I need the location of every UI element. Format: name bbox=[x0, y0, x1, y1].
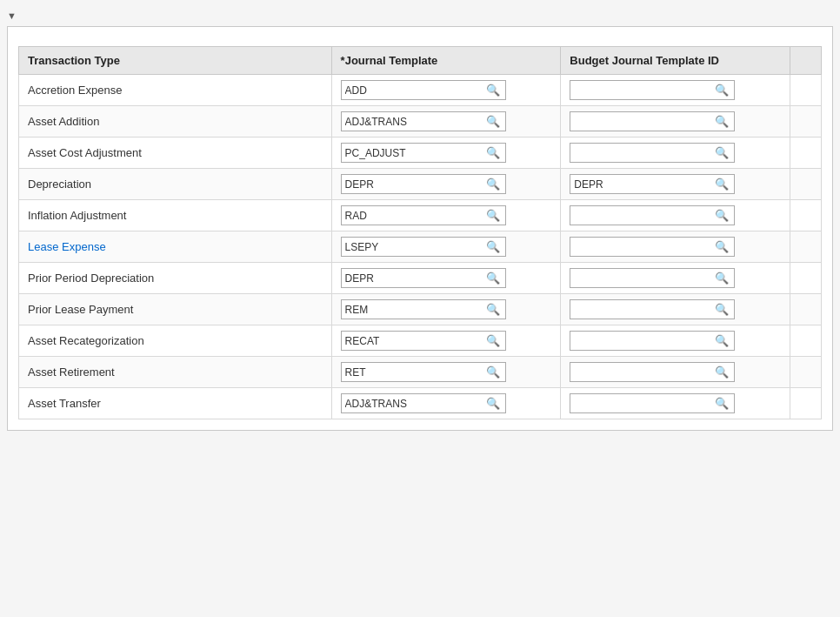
budget-journal-input[interactable] bbox=[574, 147, 713, 159]
empty-cell bbox=[790, 169, 822, 200]
budget-journal-cell: 🔍 bbox=[561, 169, 790, 200]
col-header-journal-template: *Journal Template bbox=[331, 47, 561, 75]
budget-journal-input[interactable] bbox=[574, 84, 713, 97]
journal-template-search-button[interactable]: 🔍 bbox=[484, 333, 502, 348]
budget-journal-input[interactable] bbox=[574, 272, 713, 285]
transaction-type-cell[interactable]: Lease Expense bbox=[19, 231, 332, 263]
budget-journal-input[interactable] bbox=[574, 335, 713, 347]
empty-cell bbox=[790, 263, 822, 294]
journal-template-cell: 🔍 bbox=[331, 325, 561, 357]
table-row: Inflation Adjustment🔍🔍 bbox=[19, 200, 822, 231]
empty-cell bbox=[790, 200, 822, 231]
budget-journal-search-button[interactable]: 🔍 bbox=[713, 83, 730, 97]
budget-journal-search-button[interactable]: 🔍 bbox=[713, 333, 730, 348]
journal-template-input[interactable] bbox=[345, 398, 484, 410]
budget-journal-input[interactable] bbox=[574, 398, 713, 410]
journal-template-input[interactable] bbox=[345, 335, 484, 347]
budget-journal-input[interactable] bbox=[574, 304, 713, 316]
budget-journal-cell: 🔍 bbox=[561, 75, 790, 106]
budget-journal-search-button[interactable]: 🔍 bbox=[713, 396, 730, 411]
budget-journal-cell: 🔍 bbox=[561, 137, 790, 169]
section-container: Transaction Type *Journal Template Budge… bbox=[7, 26, 833, 431]
journal-template-input-container: 🔍 bbox=[341, 80, 506, 100]
transaction-type-cell: Asset Addition bbox=[19, 106, 332, 137]
table-row: Prior Period Depreciation🔍🔍 bbox=[19, 263, 822, 294]
journal-template-input[interactable] bbox=[345, 84, 484, 97]
journal-template-search-button[interactable]: 🔍 bbox=[484, 114, 502, 129]
table-row: Asset Recategorization🔍🔍 bbox=[19, 325, 822, 357]
budget-journal-cell: 🔍 bbox=[561, 294, 790, 325]
budget-journal-input[interactable] bbox=[574, 178, 713, 191]
table-row: Asset Transfer🔍🔍 bbox=[19, 388, 822, 419]
budget-journal-search-button[interactable]: 🔍 bbox=[713, 365, 730, 379]
budget-journal-cell: 🔍 bbox=[561, 325, 790, 357]
table-header-row: Transaction Type *Journal Template Budge… bbox=[19, 47, 822, 75]
journal-template-search-button[interactable]: 🔍 bbox=[484, 83, 502, 97]
journal-template-input[interactable] bbox=[345, 272, 484, 285]
col-header-transaction-type: Transaction Type bbox=[19, 47, 332, 75]
journal-template-search-button[interactable]: 🔍 bbox=[484, 365, 502, 379]
budget-journal-search-button[interactable]: 🔍 bbox=[713, 271, 730, 285]
table-row: Asset Cost Adjustment🔍🔍 bbox=[19, 137, 822, 169]
section-header[interactable]: ▼ bbox=[7, 7, 833, 26]
journal-template-search-button[interactable]: 🔍 bbox=[484, 302, 502, 317]
transaction-type-cell: Asset Recategorization bbox=[19, 325, 332, 357]
transaction-type-cell: Asset Retirement bbox=[19, 357, 332, 388]
transaction-type-cell: Prior Period Depreciation bbox=[19, 263, 332, 294]
journal-template-input[interactable] bbox=[345, 366, 484, 379]
transaction-type-cell: Inflation Adjustment bbox=[19, 200, 332, 231]
budget-journal-cell: 🔍 bbox=[561, 263, 790, 294]
journal-template-cell: 🔍 bbox=[331, 75, 561, 106]
budget-journal-search-button[interactable]: 🔍 bbox=[713, 177, 730, 191]
collapse-triangle-icon: ▼ bbox=[7, 10, 17, 21]
journal-template-search-button[interactable]: 🔍 bbox=[484, 177, 502, 191]
budget-journal-cell: 🔍 bbox=[561, 231, 790, 263]
budget-journal-input-container: 🔍 bbox=[570, 299, 735, 319]
journal-template-input[interactable] bbox=[345, 147, 484, 159]
journal-template-search-button[interactable]: 🔍 bbox=[484, 396, 502, 411]
table-row: Prior Lease Payment🔍🔍 bbox=[19, 294, 822, 325]
budget-journal-search-button[interactable]: 🔍 bbox=[713, 208, 730, 223]
budget-journal-search-button[interactable]: 🔍 bbox=[713, 145, 730, 160]
journal-template-search-button[interactable]: 🔍 bbox=[484, 271, 502, 285]
budget-journal-input[interactable] bbox=[574, 210, 713, 222]
budget-journal-input-container: 🔍 bbox=[570, 205, 735, 225]
journal-template-input-container: 🔍 bbox=[341, 205, 506, 225]
budget-journal-input-container: 🔍 bbox=[570, 331, 735, 351]
journal-template-cell: 🔍 bbox=[331, 200, 561, 231]
journal-template-input[interactable] bbox=[345, 178, 484, 191]
transaction-type-cell: Asset Transfer bbox=[19, 388, 332, 419]
budget-journal-cell: 🔍 bbox=[561, 388, 790, 419]
journal-template-input-container: 🔍 bbox=[341, 299, 506, 319]
transaction-type-cell: Prior Lease Payment bbox=[19, 294, 332, 325]
journal-template-cell: 🔍 bbox=[331, 231, 561, 263]
budget-journal-input-container: 🔍 bbox=[570, 362, 735, 382]
table-row: Asset Retirement🔍🔍 bbox=[19, 357, 822, 388]
journal-template-search-button[interactable]: 🔍 bbox=[484, 208, 502, 223]
transaction-type-cell: Depreciation bbox=[19, 169, 332, 200]
journal-template-input[interactable] bbox=[345, 210, 484, 222]
budget-journal-cell: 🔍 bbox=[561, 357, 790, 388]
journal-template-input[interactable] bbox=[345, 241, 484, 253]
journal-template-table: Transaction Type *Journal Template Budge… bbox=[18, 46, 822, 419]
journal-template-cell: 🔍 bbox=[331, 106, 561, 137]
budget-journal-input-container: 🔍 bbox=[570, 80, 735, 100]
journal-template-input-container: 🔍 bbox=[341, 237, 506, 257]
journal-template-input[interactable] bbox=[345, 116, 484, 128]
empty-cell bbox=[790, 106, 822, 137]
budget-journal-search-button[interactable]: 🔍 bbox=[713, 302, 730, 317]
empty-cell bbox=[790, 231, 822, 263]
journal-template-search-button[interactable]: 🔍 bbox=[484, 239, 502, 254]
budget-journal-cell: 🔍 bbox=[561, 200, 790, 231]
budget-journal-input[interactable] bbox=[574, 116, 713, 128]
budget-journal-search-button[interactable]: 🔍 bbox=[713, 239, 730, 254]
journal-template-cell: 🔍 bbox=[331, 263, 561, 294]
journal-template-cell: 🔍 bbox=[331, 294, 561, 325]
budget-journal-search-button[interactable]: 🔍 bbox=[713, 114, 730, 129]
budget-journal-input[interactable] bbox=[574, 241, 713, 253]
journal-template-search-button[interactable]: 🔍 bbox=[484, 145, 502, 160]
transaction-type-cell: Accretion Expense bbox=[19, 75, 332, 106]
empty-cell bbox=[790, 75, 822, 106]
budget-journal-input[interactable] bbox=[574, 366, 713, 379]
journal-template-input[interactable] bbox=[345, 304, 484, 316]
